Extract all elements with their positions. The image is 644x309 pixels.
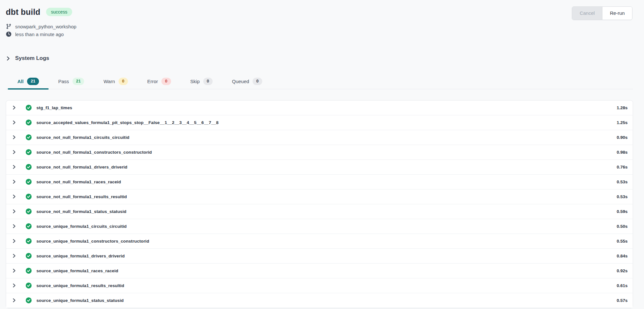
result-row[interactable]: source_unique_formula1_results_resultid … — [6, 278, 633, 293]
cancel-button[interactable]: Cancel — [572, 7, 602, 20]
result-row[interactable]: source_not_null_formula1_constructors_co… — [6, 145, 633, 160]
result-duration: 0.76s — [617, 165, 628, 169]
tab-item[interactable]: Queued 0 — [222, 74, 272, 89]
check-circle-icon — [25, 149, 32, 155]
tab-label: Skip — [190, 79, 200, 84]
check-circle-icon — [25, 119, 32, 126]
expand-row-button[interactable] — [11, 267, 18, 274]
tab-item[interactable]: Pass 21 — [49, 74, 94, 89]
result-row[interactable]: source_accepted_values_formula1_pit_stop… — [6, 115, 633, 130]
expand-row-button[interactable] — [11, 282, 18, 289]
expand-row-button[interactable] — [11, 149, 18, 156]
tab-count-badge: 0 — [119, 78, 128, 85]
result-duration: 0.61s — [617, 283, 628, 288]
expand-row-button[interactable] — [11, 237, 18, 245]
status-badge: success — [46, 8, 72, 16]
result-row[interactable]: stg_f1_lap_times 1.28s — [6, 101, 633, 115]
chevron-right-icon — [12, 179, 16, 184]
expand-row-button[interactable] — [11, 193, 18, 200]
chevron-right-icon — [12, 150, 16, 154]
result-name: source_unique_formula1_status_statusid — [36, 298, 124, 303]
expand-row-button[interactable] — [11, 163, 18, 170]
status-tabs: All 21 Pass 21 Warn 0 Error 0 Skip 0 Que… — [6, 74, 633, 89]
result-duration: 0.57s — [617, 298, 628, 303]
result-name: source_not_null_formula1_drivers_driveri… — [36, 165, 127, 169]
clock-icon — [6, 31, 12, 37]
result-name: source_unique_formula1_constructors_cons… — [36, 239, 149, 244]
result-row[interactable]: source_unique_formula1_circuits_circuiti… — [6, 219, 633, 234]
chevron-right-icon — [12, 194, 16, 199]
chevron-right-icon — [12, 254, 16, 258]
result-duration: 0.59s — [617, 209, 628, 214]
result-row[interactable]: source_not_null_formula1_drivers_driveri… — [6, 160, 633, 175]
check-circle-icon — [25, 223, 32, 229]
result-row[interactable]: source_unique_formula1_races_raceid 0.92… — [6, 264, 633, 278]
tab-count-badge: 0 — [253, 78, 262, 85]
system-logs-label: System Logs — [15, 55, 49, 62]
check-circle-icon — [25, 179, 32, 185]
result-name: source_not_null_formula1_results_resulti… — [36, 194, 127, 199]
result-row[interactable]: source_not_null_formula1_circuits_circui… — [6, 130, 633, 145]
result-row[interactable]: source_unique_formula1_drivers_driverid … — [6, 249, 633, 264]
chevron-right-icon — [12, 298, 16, 303]
result-name: source_unique_formula1_results_resultid — [36, 283, 124, 288]
run-header: dbt build success — [6, 6, 633, 18]
tab-item[interactable]: All 21 — [8, 74, 49, 89]
expand-row-button[interactable] — [11, 134, 18, 141]
tab-count-badge: 0 — [161, 78, 171, 85]
expand-row-button[interactable] — [11, 119, 18, 126]
tab-label: Queued — [232, 79, 249, 84]
result-row[interactable]: source_not_null_formula1_status_statusid… — [6, 204, 633, 219]
result-name: source_accepted_values_formula1_pit_stop… — [36, 120, 218, 125]
run-actions: Cancel Re-run — [572, 6, 632, 20]
result-duration: 0.84s — [617, 254, 628, 258]
expand-row-button[interactable] — [11, 178, 18, 185]
chevron-right-icon — [12, 165, 16, 169]
expand-row-button[interactable] — [11, 252, 18, 259]
tab-item[interactable]: Warn 0 — [94, 74, 138, 89]
rerun-button[interactable]: Re-run — [602, 7, 632, 20]
result-name: source_unique_formula1_races_raceid — [36, 268, 118, 273]
result-name: source_unique_formula1_circuits_circuiti… — [36, 224, 127, 229]
check-circle-icon — [25, 267, 32, 274]
expand-row-button[interactable] — [11, 208, 18, 215]
result-duration: 0.92s — [617, 268, 628, 273]
check-circle-icon — [25, 238, 32, 244]
page-title: dbt build — [6, 7, 40, 17]
result-name: source_not_null_formula1_races_raceid — [36, 179, 121, 184]
result-duration: 1.25s — [617, 120, 628, 125]
result-name: source_not_null_formula1_circuits_circui… — [36, 135, 130, 140]
system-logs-toggle[interactable]: System Logs — [6, 55, 49, 62]
result-duration: 0.53s — [617, 179, 628, 184]
git-branch-icon — [6, 24, 12, 29]
result-row[interactable]: source_not_null_formula1_races_raceid 0.… — [6, 175, 633, 189]
result-row[interactable]: source_not_null_formula1_results_resulti… — [6, 189, 633, 204]
tab-label: Warn — [103, 79, 115, 84]
run-detail-page: dbt build success Cancel Re-run snowpark… — [0, 0, 644, 308]
result-name: source_not_null_formula1_constructors_co… — [36, 150, 152, 155]
expand-row-button[interactable] — [11, 223, 18, 230]
branch-name: snowpark_python_workshop — [15, 24, 76, 29]
chevron-right-icon — [12, 283, 16, 288]
chevron-right-icon — [12, 105, 16, 110]
tab-label: Pass — [58, 79, 69, 84]
tab-item[interactable]: Skip 0 — [181, 74, 222, 89]
result-row[interactable]: source_unique_formula1_constructors_cons… — [6, 234, 633, 249]
chevron-right-icon — [12, 268, 16, 273]
result-duration: 1.28s — [617, 105, 628, 110]
expand-row-button[interactable] — [11, 297, 18, 304]
result-row[interactable]: source_unique_formula1_status_statusid 0… — [6, 293, 633, 308]
result-duration: 0.55s — [617, 239, 628, 244]
result-duration: 0.50s — [617, 224, 628, 229]
chevron-right-icon — [12, 209, 16, 214]
chevron-right-icon — [12, 120, 16, 125]
result-name: source_not_null_formula1_status_statusid — [36, 209, 126, 214]
result-duration: 0.98s — [617, 150, 628, 155]
time-ago-label: less than a minute ago — [15, 32, 64, 37]
tab-item[interactable]: Error 0 — [138, 74, 181, 89]
check-circle-icon — [25, 104, 32, 111]
check-circle-icon — [25, 193, 32, 200]
check-circle-icon — [25, 253, 32, 259]
expand-row-button[interactable] — [11, 104, 18, 111]
result-name: stg_f1_lap_times — [36, 105, 72, 110]
